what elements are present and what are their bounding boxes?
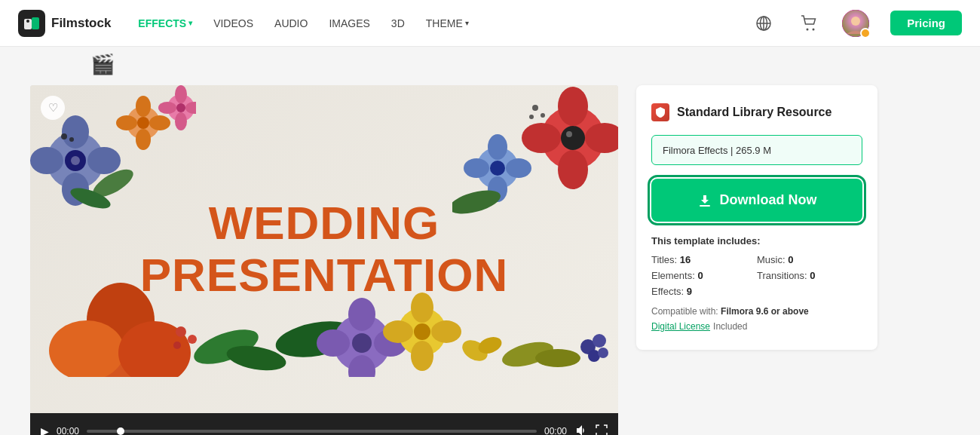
nav-audio[interactable]: AUDIO [274, 17, 308, 29]
svg-point-17 [71, 156, 80, 165]
wedding-title-line2: PRESENTATION [140, 250, 509, 301]
download-icon [697, 193, 712, 208]
svg-point-55 [176, 326, 186, 337]
svg-point-23 [116, 115, 137, 130]
svg-point-22 [136, 129, 151, 150]
svg-point-33 [176, 103, 185, 112]
svg-point-19 [69, 137, 74, 142]
nav-3d[interactable]: 3D [391, 17, 405, 29]
language-selector[interactable] [752, 11, 776, 35]
svg-point-10 [851, 17, 860, 26]
logo-text: Filmstock [51, 16, 111, 31]
svg-point-76 [535, 349, 580, 367]
total-time: 00:00 [544, 426, 567, 435]
pricing-button[interactable]: Pricing [890, 11, 962, 35]
current-time: 00:00 [57, 426, 79, 435]
svg-point-62 [348, 298, 375, 331]
svg-point-30 [175, 112, 187, 130]
svg-point-14 [30, 147, 63, 174]
wedding-title-line1: WEDDING [140, 198, 509, 249]
svg-point-45 [506, 158, 531, 178]
logo[interactable]: Filmstock [18, 10, 111, 37]
svg-point-18 [61, 133, 67, 139]
svg-point-36 [558, 150, 588, 189]
svg-point-39 [561, 126, 585, 150]
avatar-badge [860, 28, 871, 38]
svg-point-31 [158, 102, 176, 114]
logo-icon [18, 10, 45, 37]
file-info-text: Filmora Effects | 265.9 M [663, 145, 771, 156]
theme-chevron-icon: ▾ [465, 19, 469, 27]
file-info-box: Filmora Effects | 265.9 M [651, 135, 862, 165]
compatible-text: Compatible with: Filmora 9.6 or above [651, 306, 862, 317]
navbar: Filmstock EFFECTS ▾ VIDEOS AUDIO IMAGES … [0, 0, 980, 47]
svg-point-2 [26, 20, 29, 23]
svg-point-24 [149, 115, 170, 130]
svg-point-44 [464, 158, 489, 178]
effects-chevron-icon: ▾ [188, 19, 192, 27]
resource-header: Standard Library Resource [651, 103, 862, 121]
transitions-item: Transitions: 0 [757, 270, 862, 281]
content-area: 🎬 ♡ [0, 47, 980, 435]
cart-icon[interactable] [797, 11, 821, 35]
svg-point-42 [488, 134, 507, 160]
svg-point-70 [383, 320, 413, 343]
video-player: ♡ [30, 85, 618, 435]
svg-rect-1 [32, 17, 39, 29]
play-button[interactable]: ▶ [41, 425, 49, 435]
titles-item: Titles: 16 [651, 254, 757, 265]
shield-icon [651, 103, 669, 121]
music-item: Music: 0 [757, 254, 862, 265]
includes-title: This template includes: [651, 235, 862, 247]
progress-indicator [117, 427, 124, 435]
svg-point-29 [175, 85, 187, 103]
resource-title: Standard Library Resource [677, 106, 831, 119]
svg-point-12 [62, 115, 89, 149]
svg-point-69 [411, 341, 433, 371]
progress-bar[interactable] [87, 430, 537, 433]
nav-images[interactable]: IMAGES [329, 17, 369, 29]
fullscreen-button[interactable] [596, 424, 608, 436]
svg-point-48 [541, 113, 545, 118]
wedding-text: WEDDING PRESENTATION [140, 198, 509, 300]
svg-point-8 [813, 28, 815, 30]
svg-rect-81 [700, 205, 710, 207]
includes-grid: Titles: 16 Music: 0 Elements: 0 Transiti… [651, 254, 862, 297]
svg-point-56 [188, 335, 197, 344]
svg-point-46 [490, 161, 505, 176]
svg-point-64 [317, 329, 350, 357]
effects-item: Effects: 9 [651, 286, 757, 297]
svg-point-71 [431, 320, 461, 343]
digital-license-link[interactable]: Digital License [651, 321, 710, 332]
svg-point-21 [136, 96, 151, 117]
elements-item: Elements: 0 [651, 270, 757, 281]
svg-point-49 [529, 115, 534, 119]
nav-effects[interactable]: EFFECTS ▾ [138, 17, 192, 29]
favorite-button[interactable]: ♡ [41, 96, 65, 120]
svg-point-80 [598, 348, 608, 358]
license-included-text: Included [713, 321, 747, 332]
nav-theme[interactable]: THEME ▾ [426, 17, 469, 29]
svg-point-57 [173, 342, 181, 349]
avatar[interactable] [842, 10, 869, 37]
svg-point-47 [532, 105, 538, 111]
svg-point-25 [137, 117, 149, 129]
page-title-bar: 🎬 [0, 47, 980, 85]
license-row: Digital License Included [651, 321, 862, 332]
svg-point-40 [566, 131, 572, 137]
svg-point-37 [522, 123, 561, 153]
nav-videos[interactable]: VIDEOS [213, 17, 253, 29]
svg-point-35 [558, 87, 588, 126]
svg-point-15 [87, 147, 121, 174]
download-button[interactable]: Download Now [651, 179, 862, 222]
video-controls: ▶ 00:00 00:00 [30, 413, 618, 435]
main-layout: ♡ [0, 85, 980, 435]
volume-button[interactable] [574, 424, 588, 436]
svg-point-66 [352, 333, 372, 353]
video-frame: ♡ [30, 85, 618, 413]
right-panel: Standard Library Resource Filmora Effect… [636, 85, 877, 350]
svg-point-78 [593, 334, 606, 348]
svg-point-72 [414, 323, 430, 340]
svg-point-7 [807, 28, 809, 30]
